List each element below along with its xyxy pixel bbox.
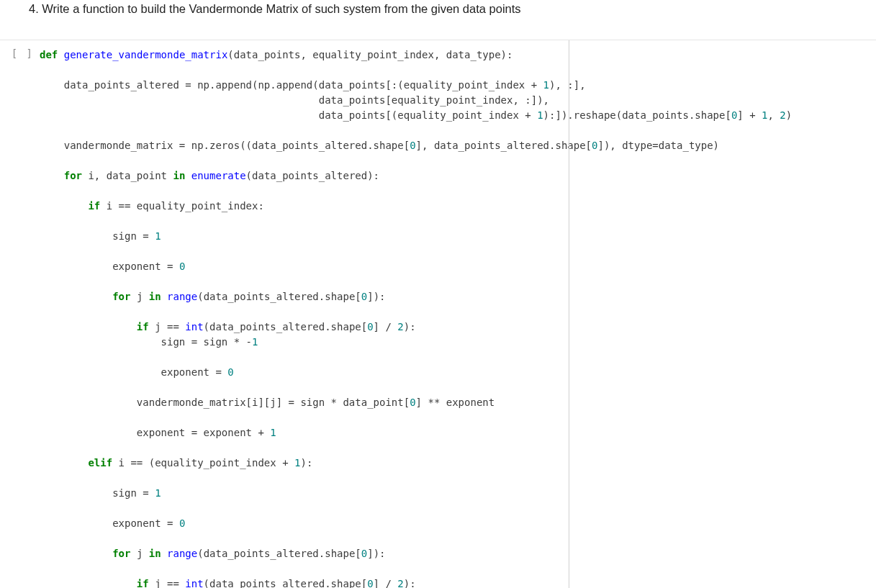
code-content[interactable]: def generate_vandermonde_matrix(data_poi…	[40, 40, 876, 588]
section-heading: 4. Write a function to build the Vanderm…	[0, 0, 876, 18]
code-cell[interactable]: [ ] def generate_vandermonde_matrix(data…	[0, 40, 876, 588]
cell-prompt: [ ]	[0, 40, 40, 59]
